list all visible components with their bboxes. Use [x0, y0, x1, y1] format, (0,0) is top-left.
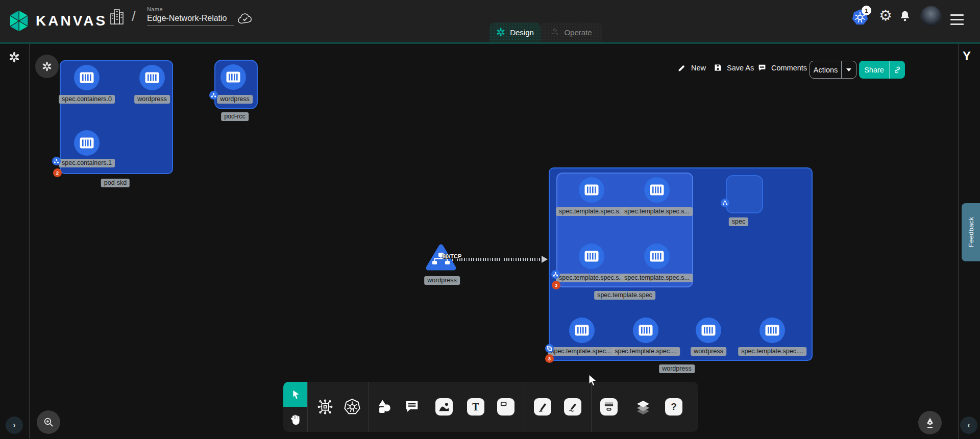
app-header: KANVAS / Name Design Operate [0, 0, 980, 42]
expand-right-panel-button[interactable]: ‹ [960, 417, 977, 434]
node-label: spec.template.spec.... [738, 347, 806, 356]
actions-button[interactable]: Actions [810, 61, 856, 79]
operate-tab-icon [550, 28, 559, 37]
save-as-button-label: Save As [727, 64, 754, 72]
copy-link-icon[interactable] [890, 65, 905, 75]
container-node[interactable] [220, 64, 246, 90]
dock-divider [591, 382, 592, 432]
pod-relationship-badge[interactable] [52, 157, 61, 165]
kanvas-app: KANVAS / Name Design Operate [0, 0, 980, 439]
select-tool[interactable] [283, 382, 307, 407]
organization-icon[interactable] [109, 8, 125, 26]
pod-relationship-badge[interactable] [209, 91, 218, 100]
kanvas-logo[interactable]: KANVAS [8, 9, 107, 33]
container-node[interactable] [139, 65, 165, 90]
comment-tool[interactable] [403, 398, 421, 416]
chip-icon [317, 399, 333, 415]
right-panel-toggle[interactable]: Y [963, 49, 971, 63]
components-tool[interactable] [316, 398, 334, 416]
shapes-tool[interactable] [375, 398, 394, 416]
container-icon [80, 137, 94, 149]
flower-icon [42, 61, 52, 71]
container-icon [145, 72, 159, 83]
note-icon [497, 398, 514, 416]
user-avatar[interactable] [920, 6, 942, 27]
zoom-button[interactable] [37, 410, 60, 434]
design-name-label: Name [147, 6, 163, 12]
container-node[interactable] [579, 177, 604, 203]
tab-operate-label: Operate [564, 28, 592, 37]
error-count-badge[interactable]: 2 [53, 168, 62, 177]
group-label: pod-skd [101, 179, 130, 187]
service-edge[interactable] [452, 258, 542, 261]
container-node[interactable] [74, 130, 100, 156]
note-tool[interactable] [497, 398, 515, 416]
container-node[interactable] [644, 243, 670, 269]
share-button[interactable]: Share [859, 61, 905, 79]
hamburger-menu-icon[interactable] [950, 14, 964, 28]
node-label: wordpress [217, 95, 253, 104]
error-count-badge[interactable]: 3 [552, 281, 560, 289]
canvas-top-divider [0, 42, 980, 44]
tab-operate[interactable]: Operate [541, 22, 602, 42]
node-label: wordpress [424, 276, 460, 285]
node-label: spec.template.spec.s... [621, 207, 693, 216]
dock-divider [368, 382, 369, 432]
container-node[interactable] [579, 243, 604, 269]
cursor-icon [290, 389, 301, 400]
freehand-pencil-icon [564, 398, 581, 416]
layers-icon [634, 398, 652, 416]
pan-tool[interactable] [283, 407, 307, 432]
feedback-tab[interactable]: Feedback [962, 203, 980, 261]
save-as-button[interactable]: Save As [714, 63, 754, 72]
pod-relationship-badge[interactable] [551, 270, 560, 279]
container-node[interactable] [644, 177, 670, 203]
container-icon [575, 325, 589, 336]
container-node[interactable] [696, 318, 721, 343]
node-action-flower-button[interactable] [35, 55, 59, 78]
kubernetes-context-count: 1 [862, 6, 871, 15]
comments-button[interactable]: Comments [757, 63, 807, 72]
drawer-tool[interactable] [600, 398, 618, 416]
actions-button-label: Actions [810, 66, 841, 74]
error-count-badge[interactable]: 3 [545, 354, 554, 363]
kubernetes-tool[interactable] [343, 398, 361, 416]
group-spec[interactable] [726, 175, 763, 213]
layers-tool[interactable] [634, 398, 652, 416]
container-node[interactable] [74, 65, 100, 90]
node-label: spec.template.spec.s... [556, 274, 627, 282]
save-icon [714, 63, 722, 72]
pen-nib-button[interactable] [918, 411, 942, 434]
container-node[interactable] [569, 318, 595, 343]
container-icon [701, 325, 716, 336]
group-spec-template-spec[interactable] [556, 173, 693, 287]
new-button-label: New [691, 64, 706, 72]
container-node[interactable] [633, 318, 658, 343]
left-strip-divider [29, 44, 30, 439]
breadcrumb-separator: / [132, 8, 136, 25]
help-tool[interactable]: ? [665, 398, 683, 416]
container-node[interactable] [760, 318, 785, 343]
notifications-bell-icon[interactable] [898, 9, 912, 23]
deployment-collapse-badge[interactable] [545, 344, 554, 353]
text-tool[interactable]: T [467, 398, 485, 416]
group-label: spec.template.spec [594, 291, 655, 300]
chevron-down-icon[interactable] [846, 68, 851, 71]
settings-gear-icon[interactable]: ⚙ [879, 7, 892, 24]
sketch-tool[interactable] [564, 398, 582, 416]
node-label: wordpress [134, 95, 170, 104]
comments-button-label: Comments [771, 64, 807, 72]
pen-nib-icon [924, 417, 936, 429]
expand-left-panel-button[interactable]: › [6, 417, 23, 434]
meshery-spinner-icon [9, 52, 20, 63]
tab-design[interactable]: Design [489, 22, 541, 42]
node-label: spec.containers.1 [59, 159, 115, 167]
new-button[interactable]: New [678, 63, 706, 72]
container-icon [650, 251, 664, 262]
pen-bezier-icon [534, 398, 551, 416]
layers-overlap-icon [547, 346, 552, 351]
pod-relationship-badge[interactable] [721, 199, 729, 207]
pen-tool[interactable] [533, 398, 552, 416]
design-name-input[interactable] [147, 14, 234, 26]
image-tool[interactable] [435, 398, 453, 416]
